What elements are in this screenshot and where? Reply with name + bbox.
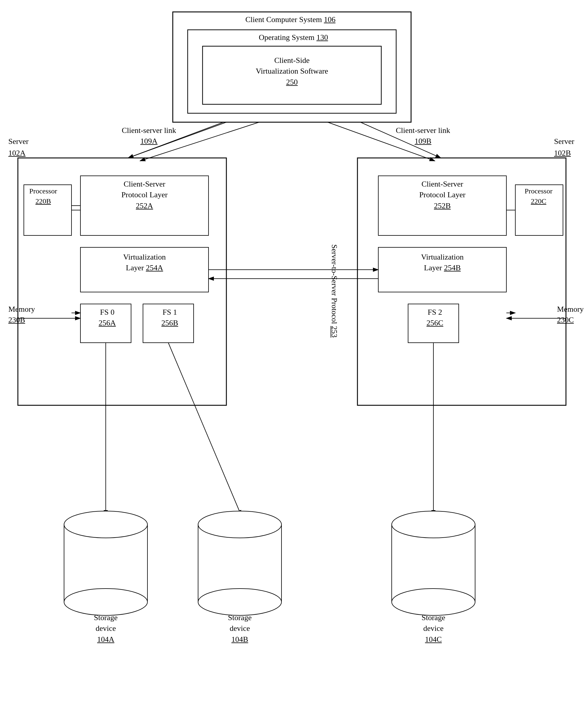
fs2-label: FS 2256C — [411, 307, 459, 329]
processor-c-ref: 220C — [531, 197, 546, 205]
processor-b-ref: 220B — [36, 197, 51, 205]
server-a-ref: 102A — [8, 149, 26, 157]
svg-point-36 — [392, 511, 475, 538]
s2s-ref: 253 — [330, 326, 339, 337]
svg-rect-35 — [392, 525, 475, 602]
svg-point-34 — [198, 589, 281, 615]
svg-point-30 — [64, 511, 147, 538]
fs1-label: FS 1256B — [146, 307, 194, 329]
fs2-ref: 256C — [426, 319, 443, 327]
svg-point-33 — [198, 511, 281, 538]
memory-c-ref: 230C — [557, 315, 574, 324]
virt-layer-b-ref: 254B — [444, 263, 461, 272]
virt-layer-a-label: VirtualizationLayer 254A — [83, 252, 206, 273]
virt-layer-a-ref: 254A — [146, 263, 163, 272]
storage-b-label: Storagedevice104B — [198, 612, 281, 645]
svg-point-37 — [392, 589, 475, 615]
client-virt-label: Client-SideVirtualization Software 250 — [209, 55, 375, 88]
storage-b-ref: 104B — [231, 635, 248, 644]
storage-c-label: Storagedevice104C — [392, 612, 475, 645]
diagram-container: Client Computer System 106 Operating Sys… — [0, 0, 588, 717]
server-to-server-label: Server-to-Server Protocol 253 — [329, 244, 340, 310]
client-computer-label: Client Computer System 106 — [196, 14, 384, 25]
os-ref: 130 — [316, 33, 328, 42]
svg-rect-29 — [64, 525, 147, 602]
fs1-ref: 256B — [162, 319, 178, 327]
fs0-ref: 256A — [99, 319, 116, 327]
client-virt-ref: 250 — [286, 78, 298, 86]
fs0-label: FS 0256A — [83, 307, 131, 329]
link-a-ref: 109A — [140, 137, 158, 145]
virt-layer-b-label: VirtualizationLayer 254B — [381, 252, 503, 273]
cs-protocol-a-ref: 252A — [136, 202, 153, 210]
client-server-link-a-label: Client-server link109A — [113, 125, 185, 147]
diagram-svg — [0, 0, 588, 717]
server-b-ref: 102B — [554, 149, 571, 157]
svg-line-27 — [168, 343, 241, 515]
storage-a-label: Storagedevice104A — [64, 612, 147, 645]
svg-point-31 — [64, 589, 147, 615]
server-a-label: Server102A — [8, 136, 28, 159]
cs-protocol-b-ref: 252B — [434, 202, 451, 210]
storage-c-ref: 104C — [425, 635, 442, 644]
memory-b-ref: 230B — [8, 315, 25, 324]
cs-protocol-a-label: Client-ServerProtocol Layer 252A — [83, 179, 206, 211]
client-computer-ref: 106 — [324, 15, 335, 24]
operating-system-label: Operating System 130 — [211, 32, 375, 43]
server-b-label: Server102B — [554, 136, 574, 159]
client-server-link-b-label: Client-server link109B — [387, 125, 459, 147]
memory-c-label: Memory230C — [557, 304, 584, 326]
processor-c-label: Processor220C — [515, 186, 562, 206]
processor-b-label: Processor220B — [21, 186, 65, 206]
svg-rect-32 — [198, 525, 281, 602]
memory-b-label: Memory230B — [8, 304, 35, 326]
cs-protocol-b-label: Client-ServerProtocol Layer 252B — [381, 179, 503, 211]
link-b-ref: 109B — [415, 137, 431, 145]
storage-a-ref: 104A — [97, 635, 114, 644]
